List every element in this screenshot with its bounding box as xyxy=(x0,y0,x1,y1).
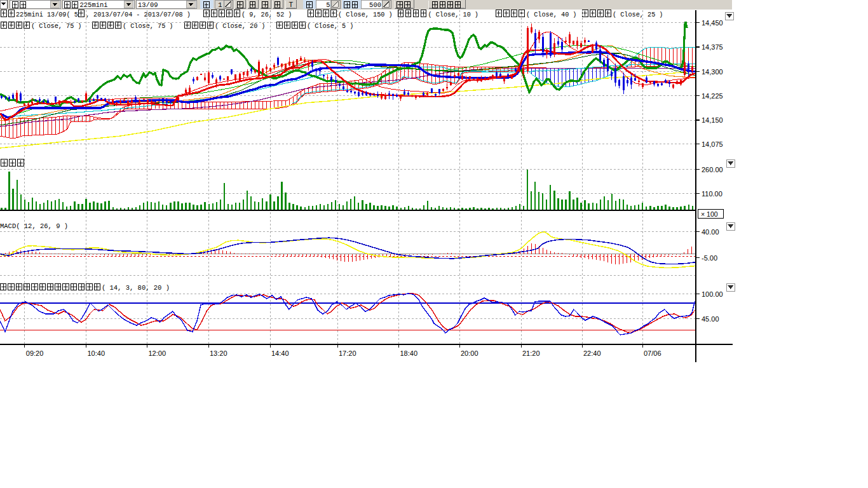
svg-text:MACD( 12, 26, 9 ): MACD( 12, 26, 9 ) xyxy=(0,222,68,230)
svg-text:( Close, 150 ): ( Close, 150 ) xyxy=(338,11,393,18)
svg-text:500: 500 xyxy=(369,1,381,9)
svg-text:14,375: 14,375 xyxy=(702,43,723,51)
svg-text:( 14, 3, 80, 20 ): ( 14, 3, 80, 20 ) xyxy=(102,284,170,292)
svg-text:40.00: 40.00 xyxy=(702,228,719,236)
svg-text:17:20: 17:20 xyxy=(339,349,356,357)
svg-text:( Close, 75 ): ( Close, 75 ) xyxy=(31,23,81,30)
svg-text:× 100: × 100 xyxy=(701,210,718,218)
svg-text:12:00: 12:00 xyxy=(149,349,166,357)
svg-text:07/06: 07/06 xyxy=(644,349,661,357)
svg-text:18:40: 18:40 xyxy=(400,349,418,357)
svg-text:110.00: 110.00 xyxy=(702,190,722,198)
svg-text:( Close, 5 ): ( Close, 5 ) xyxy=(307,23,353,30)
svg-text:( Close, 75 ): ( Close, 75 ) xyxy=(123,23,173,30)
svg-text:21:20: 21:20 xyxy=(522,349,540,357)
svg-text:( Close, 25 ): ( Close, 25 ) xyxy=(613,11,663,18)
svg-text:( Close, 40 ): ( Close, 40 ) xyxy=(526,11,576,18)
svg-text:100.00: 100.00 xyxy=(702,290,723,298)
svg-text:14,450: 14,450 xyxy=(702,19,723,27)
svg-text:14:40: 14:40 xyxy=(271,349,289,357)
svg-text:225mini 13/09( 5: 225mini 13/09( 5 xyxy=(16,11,78,18)
svg-text:14,300: 14,300 xyxy=(702,68,723,76)
svg-text:14,150: 14,150 xyxy=(702,116,723,124)
svg-text:22:40: 22:40 xyxy=(583,349,601,357)
svg-text:( 9, 26, 52 ): ( 9, 26, 52 ) xyxy=(241,11,292,18)
svg-text:260.00: 260.00 xyxy=(702,166,723,173)
svg-text:-5.00: -5.00 xyxy=(702,254,717,262)
svg-text:14,225: 14,225 xyxy=(702,92,723,100)
svg-text:10:40: 10:40 xyxy=(88,349,105,357)
svg-text:20:00: 20:00 xyxy=(461,349,478,357)
svg-text:5: 5 xyxy=(326,1,330,9)
svg-text:T: T xyxy=(289,1,294,8)
svg-text:225mini: 225mini xyxy=(80,1,108,9)
svg-text:09:20: 09:20 xyxy=(26,349,44,357)
svg-text:14,075: 14,075 xyxy=(702,140,723,148)
svg-text:45.00: 45.00 xyxy=(702,315,719,323)
svg-text:13:20: 13:20 xyxy=(210,349,227,357)
svg-text:13/09: 13/09 xyxy=(138,1,158,9)
svg-text:, 2013/07/04 - 2013/07/08 ): , 2013/07/04 - 2013/07/08 ) xyxy=(86,11,191,18)
svg-text:( Close, 10 ): ( Close, 10 ) xyxy=(428,11,478,18)
svg-text:( Close, 20 ): ( Close, 20 ) xyxy=(215,23,265,30)
svg-text:1: 1 xyxy=(218,1,222,9)
